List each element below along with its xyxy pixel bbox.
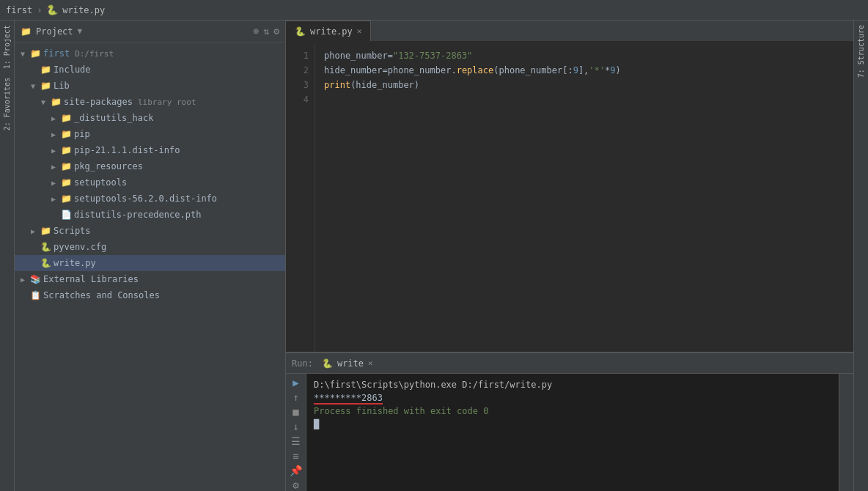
tree-label: distutils-precedence.pth bbox=[74, 210, 201, 220]
tree-item-distutils-pth[interactable]: 📄 distutils-precedence.pth bbox=[15, 207, 285, 223]
run-toolbar: ▶ ↑ ■ ↓ ☰ ≡ 📌 ⚙ 🗑 bbox=[286, 374, 306, 491]
left-panel-strip: 1: Project 2: Favorites bbox=[0, 21, 15, 491]
arrow-icon bbox=[51, 195, 59, 203]
arrow-icon bbox=[21, 276, 28, 284]
tree-item-distutils-hack[interactable]: 📁 _distutils_hack bbox=[15, 110, 285, 126]
code-editor[interactable]: 1 2 3 4 phone_number="132-7537-2863" hid… bbox=[286, 43, 853, 352]
folder-icon: 📁 bbox=[61, 177, 72, 188]
arrow-icon bbox=[51, 179, 59, 187]
arrow-icon bbox=[21, 50, 28, 58]
editor-tab-write-py[interactable]: 🐍 write.py ✕ bbox=[286, 21, 371, 41]
line-numbers: 1 2 3 4 bbox=[286, 43, 315, 352]
title-separator: › bbox=[37, 5, 42, 15]
python-icon: 🐍 bbox=[40, 258, 51, 268]
tree-label: pip-21.1.1.dist-info bbox=[74, 145, 180, 155]
run-down-button[interactable]: ↓ bbox=[288, 421, 304, 432]
tree-item-pip[interactable]: 📁 pip bbox=[15, 126, 285, 142]
folder-icon: 📁 bbox=[40, 64, 51, 75]
tree-item-scratches[interactable]: 📋 Scratches and Consoles bbox=[15, 287, 285, 303]
folder-icon: 📁 bbox=[40, 226, 51, 236]
run-tab-bar: Run: 🐍 write ✕ bbox=[286, 353, 853, 374]
tree-label: write.py bbox=[54, 258, 96, 268]
editor-tab-bar: 🐍 write.py ✕ bbox=[286, 21, 853, 43]
title-project: first bbox=[6, 5, 32, 15]
favorites-panel-label[interactable]: 2: Favorites bbox=[3, 73, 11, 135]
tree-item-first[interactable]: 📁 first D:/first bbox=[15, 45, 285, 62]
terminal-process: Process finished with exit code 0 bbox=[314, 405, 831, 418]
file-icon: 📄 bbox=[61, 210, 72, 220]
tree-label: pkg_resources bbox=[74, 161, 143, 171]
tree-label: External Libraries bbox=[43, 274, 139, 284]
dropdown-icon[interactable]: ▼ bbox=[78, 26, 83, 36]
locate-icon[interactable]: ⊕ bbox=[254, 26, 260, 37]
tree-label: setuptools-56.2.0.dist-info bbox=[74, 193, 217, 204]
run-tab-label: write bbox=[337, 358, 364, 369]
tree-label: pyvenv.cfg bbox=[54, 242, 106, 252]
run-label: Run: bbox=[292, 358, 313, 369]
arrow-icon bbox=[51, 114, 59, 122]
tree-label: setuptools bbox=[74, 177, 127, 188]
sidebar-title: 📁 Project ▼ bbox=[21, 26, 82, 37]
run-list-button[interactable]: ☰ bbox=[288, 435, 304, 447]
run-stop-button[interactable]: ■ bbox=[288, 406, 304, 418]
structure-label[interactable]: 7: Structure bbox=[857, 21, 865, 82]
tree-path: D:/first bbox=[75, 49, 114, 59]
arrow-icon bbox=[41, 98, 48, 106]
project-sidebar: 📁 Project ▼ ⊕ ⇅ ⚙ 📁 first D:/first 📁 bbox=[15, 21, 286, 491]
sidebar-header: 📁 Project ▼ ⊕ ⇅ ⚙ bbox=[15, 21, 285, 43]
tree-item-scripts[interactable]: 📁 Scripts bbox=[15, 223, 285, 239]
tree-label: Scratches and Consoles bbox=[43, 290, 160, 300]
run-tab-close[interactable]: ✕ bbox=[368, 358, 373, 368]
tree-item-pyvenv[interactable]: 🐍 pyvenv.cfg bbox=[15, 239, 285, 255]
tree-item-setuptools-dist[interactable]: 📁 setuptools-56.2.0.dist-info bbox=[15, 191, 285, 207]
terminal-cursor-line: █ bbox=[314, 418, 831, 431]
run-tab-write[interactable]: 🐍 write ✕ bbox=[322, 358, 373, 369]
right-strip: 7: Structure bbox=[853, 21, 868, 491]
project-panel-label[interactable]: 1: Project bbox=[3, 21, 11, 73]
line-num-4: 4 bbox=[286, 92, 315, 107]
tree-item-include[interactable]: 📁 Include bbox=[15, 62, 285, 78]
run-right-icons bbox=[839, 374, 853, 491]
code-content[interactable]: phone_number="132-7537-2863" hide_number… bbox=[315, 43, 853, 352]
tree-item-site-packages[interactable]: 📁 site-packages library root bbox=[15, 94, 285, 110]
sidebar-toolbar: ⊕ ⇅ ⚙ bbox=[254, 26, 279, 37]
arrow-icon bbox=[31, 82, 38, 90]
line-num-1: 1 bbox=[286, 48, 315, 63]
line-num-2: 2 bbox=[286, 63, 315, 78]
run-list2-button[interactable]: ≡ bbox=[288, 450, 304, 462]
ext-libs-icon: 📚 bbox=[30, 274, 41, 284]
tree-item-setuptools[interactable]: 📁 setuptools bbox=[15, 174, 285, 191]
code-line-1: phone_number="132-7537-2863" bbox=[324, 48, 853, 63]
sidebar-title-text: Project bbox=[36, 26, 73, 37]
tree-label: Include bbox=[54, 64, 91, 75]
editor-area: 🐍 write.py ✕ 1 2 3 4 phone_number="132-7… bbox=[286, 21, 853, 491]
tree-label: site-packages bbox=[64, 97, 133, 107]
run-pin-button[interactable]: 📌 bbox=[288, 465, 304, 476]
folder-icon: 📁 bbox=[21, 26, 32, 37]
code-line-4 bbox=[324, 92, 853, 107]
arrow-icon bbox=[51, 130, 59, 139]
title-bar: first › 🐍 write.py bbox=[0, 0, 868, 21]
tree-extra: library root bbox=[138, 97, 196, 107]
tree-item-lib[interactable]: 📁 Lib bbox=[15, 78, 285, 94]
tree-label: _distutils_hack bbox=[74, 113, 153, 123]
code-line-3: print(hide_number) bbox=[324, 78, 853, 92]
tree-label: Lib bbox=[54, 81, 70, 91]
tree-item-write-py[interactable]: 🐍 write.py bbox=[15, 255, 285, 271]
run-panel: Run: 🐍 write ✕ ▶ ↑ ■ ↓ ☰ ≡ 📌 ⚙ 🗑 bbox=[286, 352, 853, 491]
terminal-output: D:\first\Scripts\python.exe D:/first/wri… bbox=[306, 374, 839, 491]
folder-icon: 📁 bbox=[61, 113, 72, 123]
tab-label: write.py bbox=[310, 26, 353, 37]
run-play-button[interactable]: ▶ bbox=[288, 377, 304, 388]
folder-icon: 📁 bbox=[61, 145, 72, 155]
run-settings-button[interactable]: ⚙ bbox=[288, 479, 304, 491]
settings-icon[interactable]: ⚙ bbox=[273, 26, 279, 37]
folder-icon: 📁 bbox=[61, 129, 72, 139]
collapse-icon[interactable]: ⇅ bbox=[263, 26, 269, 37]
tree-item-pip-dist[interactable]: 📁 pip-21.1.1.dist-info bbox=[15, 142, 285, 158]
tree-item-pkg-resources[interactable]: 📁 pkg_resources bbox=[15, 158, 285, 174]
tab-close-button[interactable]: ✕ bbox=[357, 26, 362, 36]
folder-icon: 📁 bbox=[61, 193, 72, 204]
run-up-button[interactable]: ↑ bbox=[288, 391, 304, 403]
tree-item-ext-libs[interactable]: 📚 External Libraries bbox=[15, 271, 285, 287]
